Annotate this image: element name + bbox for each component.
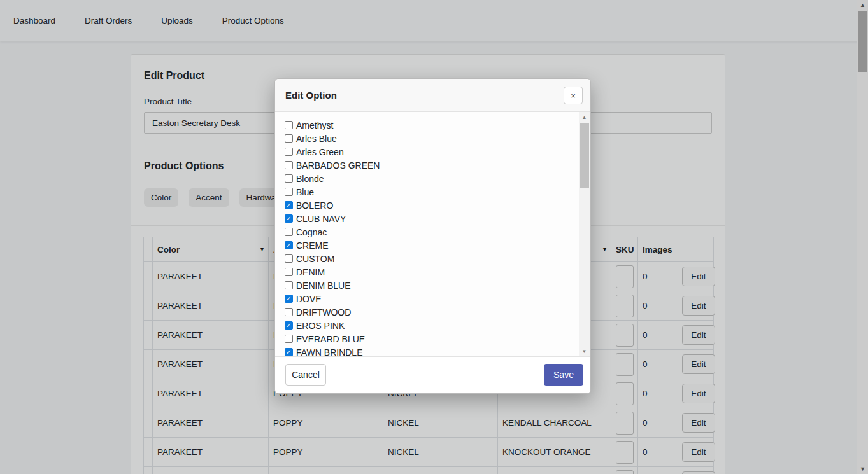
modal-body: AmethystArles BlueArles GreenBARBADOS GR… xyxy=(275,112,590,357)
checkbox-unchecked[interactable] xyxy=(285,281,293,289)
option-item-blonde[interactable]: Blonde xyxy=(285,172,576,185)
option-item-driftwood[interactable]: DRIFTWOOD xyxy=(285,305,576,319)
option-label: DOVE xyxy=(296,294,322,304)
edit-option-modal: Edit Option × AmethystArles BlueArles Gr… xyxy=(274,78,591,394)
checkbox-unchecked[interactable] xyxy=(285,174,293,183)
modal-scrollbar-thumb[interactable] xyxy=(580,123,589,188)
checkbox-unchecked[interactable] xyxy=(285,254,293,263)
checkbox-checked[interactable]: ✓ xyxy=(285,241,293,249)
option-item-bolero[interactable]: ✓BOLERO xyxy=(285,199,576,212)
option-label: BOLERO xyxy=(296,200,333,211)
option-item-denim-blue[interactable]: DENIM BLUE xyxy=(285,279,576,292)
modal-footer: Cancel Save xyxy=(275,356,590,393)
option-label: CREME xyxy=(296,240,329,251)
option-item-dove[interactable]: ✓DOVE xyxy=(285,292,576,305)
close-button[interactable]: × xyxy=(564,87,583,104)
checkbox-checked[interactable]: ✓ xyxy=(285,214,293,223)
scroll-up-icon[interactable]: ▲ xyxy=(579,113,590,122)
option-item-creme[interactable]: ✓CREME xyxy=(285,239,576,252)
close-icon: × xyxy=(571,91,576,101)
checkbox-unchecked[interactable] xyxy=(285,148,293,156)
option-label: DRIFTWOOD xyxy=(296,307,351,317)
modal-header: Edit Option × xyxy=(275,79,590,112)
cancel-button[interactable]: Cancel xyxy=(285,364,326,386)
option-item-club-navy[interactable]: ✓CLUB NAVY xyxy=(285,212,576,225)
option-label: BARBADOS GREEN xyxy=(296,160,380,171)
option-item-custom[interactable]: CUSTOM xyxy=(285,252,576,265)
option-item-everard-blue[interactable]: EVERARD BLUE xyxy=(285,332,576,345)
option-label: Arles Blue xyxy=(296,134,337,144)
option-label: DENIM BLUE xyxy=(296,281,351,291)
checkbox-checked[interactable]: ✓ xyxy=(285,295,293,303)
option-list: AmethystArles BlueArles GreenBARBADOS GR… xyxy=(285,118,576,357)
option-item-arles-green[interactable]: Arles Green xyxy=(285,145,576,158)
checkbox-unchecked[interactable] xyxy=(285,134,293,143)
checkbox-unchecked[interactable] xyxy=(285,161,293,169)
checkbox-unchecked[interactable] xyxy=(285,228,293,236)
option-label: CUSTOM xyxy=(296,254,334,264)
page-scrollbar[interactable]: ▲ ▼ xyxy=(857,0,868,474)
option-label: Cognac xyxy=(296,227,327,237)
checkbox-unchecked[interactable] xyxy=(285,308,293,316)
modal-title: Edit Option xyxy=(285,90,337,101)
checkbox-unchecked[interactable] xyxy=(285,121,293,129)
option-item-amethyst[interactable]: Amethyst xyxy=(285,118,576,132)
save-button[interactable]: Save xyxy=(544,364,583,386)
option-item-eros-pink[interactable]: ✓EROS PINK xyxy=(285,319,576,332)
option-item-arles-blue[interactable]: Arles Blue xyxy=(285,132,576,145)
scroll-down-icon[interactable]: ▼ xyxy=(579,347,590,356)
checkbox-checked[interactable]: ✓ xyxy=(285,201,293,209)
option-label: EROS PINK xyxy=(296,321,345,331)
option-label: DENIM xyxy=(296,267,325,277)
option-label: Blonde xyxy=(296,174,324,184)
scroll-down-icon[interactable]: ▼ xyxy=(857,464,868,474)
checkbox-checked[interactable]: ✓ xyxy=(285,321,293,330)
option-label: Amethyst xyxy=(296,120,333,130)
scroll-up-icon[interactable]: ▲ xyxy=(857,0,868,10)
modal-scrollbar[interactable]: ▲ ▼ xyxy=(579,112,590,357)
option-label: Arles Green xyxy=(296,147,344,157)
option-label: Blue xyxy=(296,187,314,197)
page-scrollbar-thumb[interactable] xyxy=(858,11,867,72)
option-item-cognac[interactable]: Cognac xyxy=(285,225,576,239)
option-label: EVERARD BLUE xyxy=(296,334,365,344)
option-item-denim[interactable]: DENIM xyxy=(285,265,576,279)
option-item-barbados-green[interactable]: BARBADOS GREEN xyxy=(285,158,576,172)
checkbox-unchecked[interactable] xyxy=(285,268,293,276)
checkbox-unchecked[interactable] xyxy=(285,335,293,343)
option-label: CLUB NAVY xyxy=(296,214,346,224)
option-item-blue[interactable]: Blue xyxy=(285,185,576,199)
checkbox-unchecked[interactable] xyxy=(285,188,293,196)
